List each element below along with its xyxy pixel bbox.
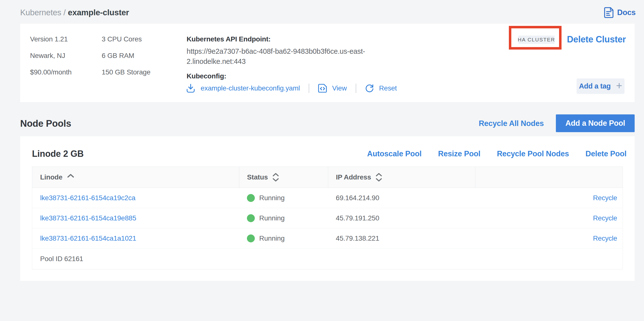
ip-address: 45.79.191.250 xyxy=(328,208,475,228)
nodes-table: Linode Status xyxy=(32,167,623,269)
recycle-pool-nodes-button[interactable]: Recycle Pool Nodes xyxy=(497,149,569,158)
cluster-version: Version 1.21 xyxy=(30,31,72,47)
action-cell: Recycle xyxy=(475,228,623,249)
docs-icon xyxy=(604,7,614,18)
status-label: Running xyxy=(259,234,284,242)
reset-label: Reset xyxy=(379,84,397,92)
cluster-region: Newark, NJ xyxy=(30,47,72,64)
kubeconfig-download-link[interactable]: example-cluster-kubeconfig.yaml xyxy=(186,84,300,93)
api-endpoint-url-line2: 2.linodelke.net:443 xyxy=(186,56,365,67)
docs-link[interactable]: Docs xyxy=(604,6,636,18)
recycle-all-nodes-button[interactable]: Recycle All Nodes xyxy=(479,119,544,128)
action-cell: Recycle xyxy=(475,188,623,208)
divider xyxy=(356,84,356,93)
download-icon xyxy=(186,84,195,93)
ha-cluster-badge: HA CLUSTER xyxy=(518,36,555,44)
specs-column-right: 3 CPU Cores 6 GB RAM 150 GB Storage xyxy=(102,31,150,80)
kubeconfig-reset-link[interactable]: Reset xyxy=(365,84,397,93)
pool-actions: Autoscale Pool Resize Pool Recycle Pool … xyxy=(367,149,626,158)
view-code-icon xyxy=(318,84,327,93)
kubeconfig-heading: Kubeconfig: xyxy=(186,72,226,80)
table-row: lke38731-62161-6154ca19e885 Running 45.7… xyxy=(32,208,623,228)
api-endpoint-url-line1: https://9e2a7307-b6ac-408f-ba62-9483b0b3… xyxy=(186,46,365,56)
cluster-summary-card: Version 1.21 Newark, NJ $90.00/month 3 C… xyxy=(20,24,635,102)
resize-pool-button[interactable]: Resize Pool xyxy=(438,149,480,158)
status-cell: Running xyxy=(239,188,328,208)
table-header-row: Linode Status xyxy=(32,167,623,188)
breadcrumb-separator: / xyxy=(64,8,66,17)
column-header-status[interactable]: Status xyxy=(239,167,328,188)
status-cell: Running xyxy=(239,208,328,228)
table-row: lke38731-62161-6154ca1a1021 Running 45.7… xyxy=(32,228,623,249)
pool-id: Pool ID 62161 xyxy=(32,249,623,269)
breadcrumb-current: example-cluster xyxy=(68,8,129,17)
column-header-linode[interactable]: Linode xyxy=(32,167,239,188)
node-pools-bar: Node Pools Recycle All Nodes Add a Node … xyxy=(0,102,644,136)
recycle-node-button[interactable]: Recycle xyxy=(593,214,617,222)
plus-icon: + xyxy=(616,81,622,91)
node-link[interactable]: lke38731-62161-6154ca19c2ca xyxy=(40,194,136,202)
docs-label: Docs xyxy=(617,8,636,17)
column-header-actions xyxy=(475,167,623,188)
table-row: lke38731-62161-6154ca19c2ca Running 69.1… xyxy=(32,188,623,208)
status-running-icon xyxy=(247,234,255,242)
cluster-price: $90.00/month xyxy=(30,64,72,80)
kubeconfig-view-link[interactable]: View xyxy=(318,84,346,93)
divider xyxy=(309,84,309,93)
status-cell: Running xyxy=(239,228,328,249)
sort-icon xyxy=(376,173,382,182)
specs-column-left: Version 1.21 Newark, NJ $90.00/month xyxy=(30,31,72,80)
ip-column-label: IP Address xyxy=(336,173,371,181)
delete-cluster-button[interactable]: Delete Cluster xyxy=(567,34,626,45)
node-pool-card: Linode 2 GB Autoscale Pool Resize Pool R… xyxy=(20,136,635,281)
page: Kubernetes / example-cluster Docs Versio… xyxy=(0,0,644,281)
reset-icon xyxy=(365,84,374,93)
breadcrumb-kubernetes[interactable]: Kubernetes xyxy=(20,8,61,17)
node-link[interactable]: lke38731-62161-6154ca19e885 xyxy=(40,214,136,222)
status-column-label: Status xyxy=(247,173,268,181)
sort-ascending-icon xyxy=(67,174,74,178)
breadcrumb: Kubernetes / example-cluster xyxy=(20,7,129,17)
cluster-ram: 6 GB RAM xyxy=(102,47,150,64)
ip-address: 45.79.138.221 xyxy=(328,228,475,249)
status-label: Running xyxy=(259,194,284,202)
recycle-node-button[interactable]: Recycle xyxy=(593,194,617,202)
add-node-pool-button[interactable]: Add a Node Pool xyxy=(556,114,635,132)
linode-cell: lke38731-62161-6154ca19c2ca xyxy=(32,188,239,208)
pool-name: Linode 2 GB xyxy=(32,149,84,159)
sort-icon xyxy=(272,173,279,182)
add-tag-button[interactable]: Add a tag + xyxy=(576,78,624,94)
autoscale-pool-button[interactable]: Autoscale Pool xyxy=(367,149,422,158)
action-cell: Recycle xyxy=(475,208,623,228)
api-endpoint-heading: Kubernetes API Endpoint: xyxy=(186,35,270,43)
breadcrumb-section-label: Kubernetes xyxy=(20,8,61,17)
linode-column-label: Linode xyxy=(40,173,62,181)
recycle-node-button[interactable]: Recycle xyxy=(593,234,617,242)
delete-pool-button[interactable]: Delete Pool xyxy=(586,149,626,158)
ip-address: 69.164.214.90 xyxy=(328,188,475,208)
api-endpoint-url: https://9e2a7307-b6ac-408f-ba62-9483b0b3… xyxy=(186,46,365,67)
add-tag-label: Add a tag xyxy=(579,82,611,90)
node-pools-title: Node Pools xyxy=(20,118,71,129)
view-label: View xyxy=(332,84,346,92)
cluster-cpu: 3 CPU Cores xyxy=(102,31,150,47)
kubeconfig-file-label: example-cluster-kubeconfig.yaml xyxy=(201,84,300,92)
column-header-ip[interactable]: IP Address xyxy=(328,167,475,188)
linode-cell: lke38731-62161-6154ca19e885 xyxy=(32,208,239,228)
node-link[interactable]: lke38731-62161-6154ca1a1021 xyxy=(40,234,136,242)
pool-id-row: Pool ID 62161 xyxy=(32,249,623,269)
top-bar: Kubernetes / example-cluster Docs xyxy=(0,0,644,24)
kubeconfig-actions: example-cluster-kubeconfig.yaml View xyxy=(186,83,397,94)
status-running-icon xyxy=(247,214,255,222)
linode-cell: lke38731-62161-6154ca1a1021 xyxy=(32,228,239,249)
status-running-icon xyxy=(247,194,255,202)
status-label: Running xyxy=(259,214,284,222)
cluster-storage: 150 GB Storage xyxy=(102,64,150,80)
